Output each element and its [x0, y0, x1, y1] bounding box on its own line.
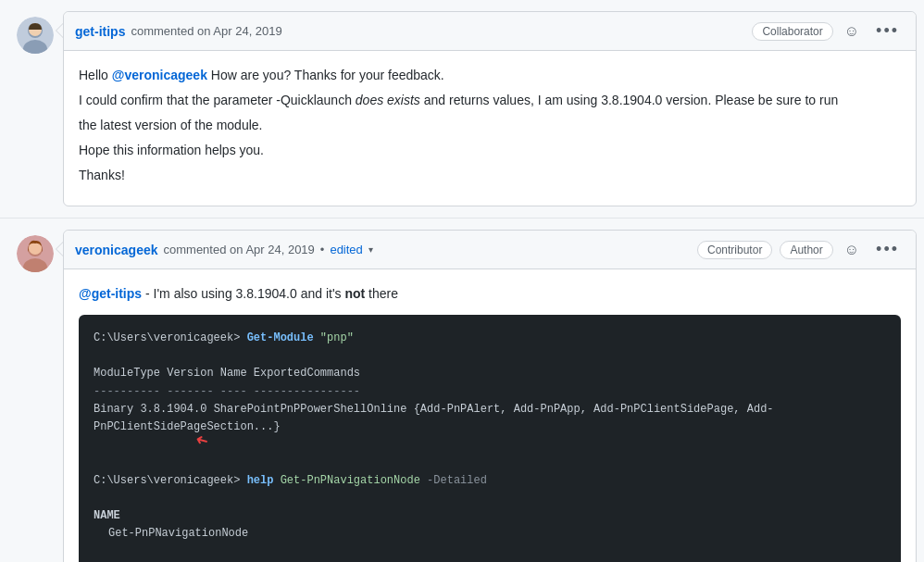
code-block: C:\Users\veronicageek> Get-Module "pnp" …: [79, 315, 901, 562]
comment-author-1[interactable]: get-itips: [75, 24, 125, 39]
more-button-2[interactable]: •••: [870, 238, 905, 261]
code-line-blank-2: [94, 454, 886, 471]
bold-not: not: [344, 286, 365, 301]
comment-wrapper-1: get-itips commented on Apr 24, 2019 Coll…: [7, 11, 917, 206]
avatar-2: [17, 235, 54, 272]
emoji-button-1[interactable]: ☺: [841, 21, 863, 42]
comment-body-1: Hello @veronicageek How are you? Thanks …: [64, 51, 916, 206]
comment-header-right-1: Collaborator ☺ •••: [752, 19, 905, 43]
comment-header-1: get-itips commented on Apr 24, 2019 Coll…: [64, 12, 916, 51]
comment-intro-line: @get-itips - I'm also using 3.8.1904.0 a…: [79, 284, 901, 304]
comment-line-2: I could confirm that the parameter -Quic…: [79, 91, 901, 110]
comment-arrow-inner-2: [56, 243, 63, 256]
code-line-name-section: NAME: [94, 507, 886, 525]
code-line-blank-1: [94, 347, 886, 365]
italic-text: does exists: [356, 93, 420, 107]
code-line-blank-4: [94, 543, 886, 560]
mention-veronicageek[interactable]: @veronicageek: [112, 68, 207, 82]
comment-date-2: commented on Apr 24, 2019: [164, 243, 315, 256]
divider: [0, 218, 924, 219]
code-line-1: C:\Users\veronicageek> Get-Module "pnp": [94, 330, 886, 347]
comment-header-2: veronicageek commented on Apr 24, 2019 •…: [64, 231, 916, 269]
left-gutter-1: [7, 11, 63, 54]
code-line-binary: Binary 3.8.1904.0 SharePointPnPPowerShel…: [94, 401, 886, 455]
comment-header-left-2: veronicageek commented on Apr 24, 2019 •…: [75, 243, 373, 257]
code-line-blank-3: [94, 490, 886, 507]
comment-2: veronicageek commented on Apr 24, 2019 •…: [63, 230, 917, 562]
code-line-help: C:\Users\veronicageek> help Get-PnPNavig…: [94, 472, 886, 490]
contributor-badge: Contributor: [697, 241, 772, 259]
comment-line-1: Hello @veronicageek How are you? Thanks …: [79, 66, 901, 85]
comment-body-2: @get-itips - I'm also using 3.8.1904.0 a…: [64, 269, 916, 562]
code-line-header: ModuleType Version Name ExportedCommands: [94, 365, 886, 382]
code-line-sep: ---------- ------- ---- ----------------: [94, 383, 886, 401]
comment-dot: •: [320, 243, 325, 256]
code-line-name-val: Get-PnPNavigationNode: [94, 525, 886, 543]
comment-line-5: Thanks!: [79, 166, 901, 185]
comment-header-right-2: Contributor Author ☺ •••: [697, 238, 905, 261]
emoji-button-2[interactable]: ☺: [841, 240, 863, 260]
left-gutter-2: [7, 230, 63, 272]
comment-date-1: commented on Apr 24, 2019: [131, 24, 281, 38]
comment-author-2[interactable]: veronicageek: [75, 243, 158, 257]
comment-line-3: the latest version of the module.: [79, 116, 901, 135]
comment-header-left-1: get-itips commented on Apr 24, 2019: [75, 24, 282, 39]
mention-get-itips[interactable]: @get-itips: [79, 286, 142, 301]
comment-wrapper-2: veronicageek commented on Apr 24, 2019 •…: [7, 230, 917, 562]
comment-arrow-inner-1: [56, 24, 63, 37]
author-badge: Author: [780, 241, 832, 259]
collaborator-badge: Collaborator: [752, 22, 832, 41]
edited-dropdown-arrow[interactable]: ▾: [368, 244, 373, 255]
more-button-1[interactable]: •••: [870, 19, 905, 43]
page-container: get-itips commented on Apr 24, 2019 Coll…: [0, 11, 924, 562]
comment-1: get-itips commented on Apr 24, 2019 Coll…: [63, 11, 917, 206]
avatar-1: [17, 17, 54, 54]
edited-link[interactable]: edited: [330, 243, 362, 256]
comment-line-4: Hope this information helps you.: [79, 141, 901, 160]
